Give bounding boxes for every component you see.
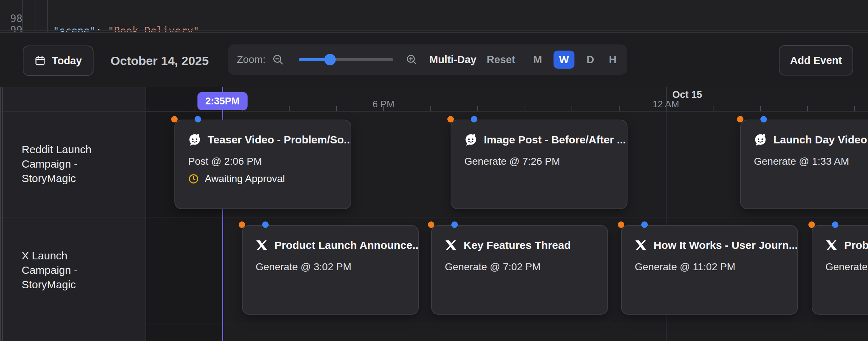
- event-time: Generate @ 1:33 AM: [754, 156, 849, 167]
- event-title-row: Key Features Thread: [445, 238, 571, 252]
- event-title: Product Launch Announce...: [274, 239, 419, 251]
- hour-tick: [619, 106, 620, 111]
- zoom-in-button[interactable]: [405, 44, 418, 75]
- event-title: Launch Day Video - I: [773, 134, 868, 146]
- post-time-dot[interactable]: [195, 116, 201, 122]
- event-status: Awaiting Approval: [188, 173, 285, 185]
- event-card[interactable]: Image Post - Before/After ...Generate @ …: [451, 120, 628, 209]
- post-time-dot[interactable]: [641, 221, 648, 228]
- post-time-dot[interactable]: [760, 116, 767, 122]
- hour-tick: [760, 106, 761, 111]
- day-label: Oct 15: [672, 89, 702, 100]
- current-time-badge: 2:35PM: [198, 92, 248, 110]
- generate-time-dot[interactable]: [428, 221, 434, 228]
- row-label-text: X Launch Campaign - StoryMagic: [22, 249, 119, 292]
- today-label: Today: [52, 55, 82, 67]
- pane-edge: [2, 87, 3, 341]
- x-icon: [445, 239, 457, 251]
- generate-time-dot[interactable]: [618, 221, 624, 228]
- reddit-icon: [754, 133, 767, 146]
- timeline-controls: Zoom: Multi-Day Reset MWDH: [228, 44, 627, 75]
- row-divider: [0, 324, 868, 324]
- row-label: X Launch Campaign - StoryMagic: [0, 217, 146, 324]
- hour-tick: [477, 106, 478, 111]
- event-title-row: How It Works - User Journ...: [635, 238, 798, 252]
- event-card[interactable]: ProbleGenerate @: [812, 225, 868, 315]
- event-title: Image Post - Before/After ...: [484, 134, 626, 146]
- add-event-label: Add Event: [790, 55, 842, 66]
- event-card[interactable]: Product Launch Announce...Generate @ 3:0…: [242, 225, 419, 315]
- today-button[interactable]: Today: [23, 46, 94, 76]
- zoom-out-icon: [272, 53, 284, 66]
- event-time: Generate @ 7:02 PM: [445, 261, 541, 273]
- event-card[interactable]: How It Works - User Journ...Generate @ 1…: [621, 225, 798, 315]
- event-title-row: Teaser Video - Problem/So...: [188, 133, 351, 147]
- event-time: Generate @ 7:26 PM: [464, 156, 560, 167]
- generate-time-dot[interactable]: [737, 116, 743, 122]
- row-label: Reddit Launch Campaign - StoryMagic: [0, 111, 146, 217]
- event-time: Generate @: [825, 261, 868, 273]
- reddit-icon: [188, 133, 201, 146]
- add-event-button[interactable]: Add Event: [779, 45, 853, 75]
- current-date: October 14, 2025: [110, 46, 209, 76]
- x-icon: [635, 239, 647, 251]
- json-key: "scene": [53, 25, 96, 33]
- code-line: 98 "scene": "Book Delivery",: [0, 0, 868, 13]
- reddit-icon: [464, 133, 477, 146]
- event-title: Teaser Video - Problem/So...: [208, 134, 351, 146]
- view-mode-w[interactable]: W: [554, 51, 574, 69]
- post-time-dot[interactable]: [832, 221, 838, 228]
- line-number: 99: [5, 24, 22, 33]
- code-editor[interactable]: 98 "scene": "Book Delivery", 99 "prompt"…: [0, 0, 868, 33]
- view-mode-m[interactable]: M: [531, 51, 544, 69]
- generate-time-dot[interactable]: [447, 116, 454, 122]
- generate-time-dot[interactable]: [239, 221, 245, 228]
- reset-button[interactable]: Reset: [487, 44, 515, 75]
- hour-tick: [572, 106, 572, 111]
- day-boundary-line: [666, 87, 667, 111]
- row-label-text: Reddit Launch Campaign - StoryMagic: [22, 142, 119, 186]
- event-card[interactable]: Key Features ThreadGenerate @ 7:02 PM: [431, 225, 608, 315]
- json-string: "Book Delivery": [108, 25, 199, 33]
- generate-time-dot[interactable]: [171, 116, 178, 122]
- event-title-row: Proble: [825, 238, 868, 252]
- hour-tick: [854, 106, 855, 111]
- zoom-label: Zoom:: [237, 44, 265, 75]
- view-mode-d[interactable]: D: [584, 51, 597, 69]
- code-line: 99 "prompt": "Cinematic sequence showing…: [0, 12, 868, 24]
- zoom-in-icon: [405, 53, 418, 66]
- zoom-out-button[interactable]: [272, 44, 284, 75]
- hour-tick: [148, 106, 148, 111]
- post-time-dot[interactable]: [451, 221, 458, 228]
- post-time-dot[interactable]: [262, 221, 269, 228]
- event-card[interactable]: Launch Day Video - IGenerate @ 1:33 AM: [740, 120, 868, 209]
- zoom-slider-thumb[interactable]: [324, 54, 336, 65]
- view-mode-switcher: MWDH: [531, 44, 619, 75]
- clock-icon: [188, 173, 199, 184]
- multi-day-toggle[interactable]: Multi-Day: [429, 44, 477, 75]
- hour-tick: [289, 106, 290, 111]
- toolbar: Today October 14, 2025 Zoom: Multi-Day R…: [0, 33, 868, 87]
- hour-label: 6 PM: [373, 99, 395, 110]
- hour-tick: [430, 106, 431, 111]
- event-time: Generate @ 3:02 PM: [256, 261, 351, 273]
- generate-time-dot[interactable]: [808, 221, 815, 228]
- app-root: 98 "scene": "Book Delivery", 99 "prompt"…: [0, 0, 868, 341]
- hour-tick: [713, 106, 713, 111]
- hour-tick: [195, 106, 195, 111]
- calendar-icon: [34, 55, 46, 66]
- event-card[interactable]: Teaser Video - Problem/So...Post @ 2:06 …: [174, 120, 351, 209]
- hour-tick: [336, 106, 337, 111]
- event-time: Post @ 2:06 PM: [188, 156, 262, 167]
- hour-tick: [525, 106, 525, 111]
- view-mode-h[interactable]: H: [606, 51, 619, 69]
- hour-tick: [807, 106, 808, 111]
- pane-edge: [0, 87, 1, 341]
- event-title: Proble: [844, 239, 868, 251]
- x-icon: [256, 239, 268, 251]
- zoom-slider[interactable]: [299, 58, 393, 61]
- timeline-grid: 6 PM12 AMOct 15 Reddit Launch Campaign -…: [0, 87, 868, 341]
- event-title: How It Works - User Journ...: [654, 239, 798, 251]
- post-time-dot[interactable]: [471, 116, 477, 122]
- event-status-text: Awaiting Approval: [205, 173, 285, 185]
